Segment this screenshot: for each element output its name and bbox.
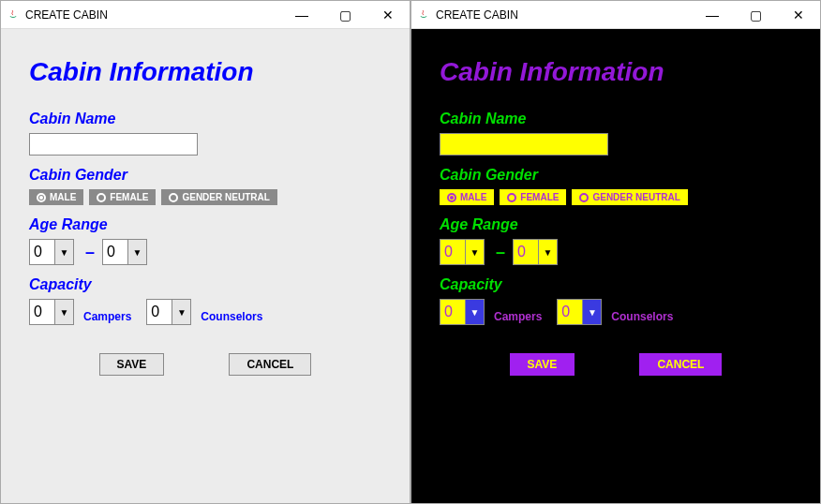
chevron-down-icon[interactable]: ▼ bbox=[466, 239, 485, 265]
gender-female-label: FEMALE bbox=[520, 192, 559, 202]
age-min-spinner[interactable]: 0 ▼ bbox=[440, 239, 485, 265]
java-icon bbox=[6, 7, 21, 22]
page-heading: Cabin Information bbox=[440, 57, 792, 87]
radio-icon bbox=[447, 193, 456, 202]
gender-radio-group: MALE FEMALE GENDER NEUTRAL bbox=[29, 189, 381, 205]
age-min-value: 0 bbox=[440, 239, 466, 265]
counselors-value: 0 bbox=[557, 299, 583, 325]
titlebar: CREATE CABIN — ▢ ✕ bbox=[411, 1, 820, 29]
chevron-down-icon[interactable]: ▼ bbox=[55, 239, 74, 265]
cancel-button[interactable]: CANCEL bbox=[229, 353, 311, 376]
window-light: CREATE CABIN — ▢ ✕ Cabin Information Cab… bbox=[0, 0, 410, 504]
age-min-value: 0 bbox=[29, 239, 55, 265]
minimize-button[interactable]: — bbox=[280, 1, 323, 29]
capacity-label: Capacity bbox=[29, 276, 381, 293]
age-max-spinner[interactable]: 0 ▼ bbox=[513, 239, 558, 265]
chevron-down-icon[interactable]: ▼ bbox=[539, 239, 558, 265]
gender-female-radio[interactable]: FEMALE bbox=[500, 189, 566, 205]
age-range-label: Age Range bbox=[29, 216, 381, 233]
gender-neutral-radio[interactable]: GENDER NEUTRAL bbox=[572, 189, 687, 205]
save-button[interactable]: SAVE bbox=[99, 353, 165, 376]
counselors-label: Counselors bbox=[201, 310, 262, 325]
java-icon bbox=[416, 7, 431, 22]
titlebar: CREATE CABIN — ▢ ✕ bbox=[1, 1, 410, 29]
window-dark: CREATE CABIN — ▢ ✕ Cabin Information Cab… bbox=[410, 0, 821, 504]
cabin-name-input[interactable] bbox=[440, 133, 608, 156]
page-heading: Cabin Information bbox=[29, 57, 381, 87]
gender-neutral-label: GENDER NEUTRAL bbox=[182, 192, 269, 202]
cabin-gender-label: Cabin Gender bbox=[29, 167, 381, 184]
content-area: Cabin Information Cabin Name Cabin Gende… bbox=[1, 29, 410, 503]
close-button[interactable]: ✕ bbox=[777, 1, 820, 29]
age-range-label: Age Range bbox=[440, 216, 792, 233]
cancel-button[interactable]: CANCEL bbox=[639, 353, 722, 376]
maximize-button[interactable]: ▢ bbox=[323, 1, 366, 29]
radio-icon bbox=[579, 193, 589, 202]
cabin-name-label: Cabin Name bbox=[440, 111, 792, 127]
chevron-down-icon[interactable]: ▼ bbox=[172, 299, 191, 325]
counselors-value: 0 bbox=[146, 299, 172, 325]
gender-male-radio[interactable]: MALE bbox=[29, 189, 83, 205]
maximize-button[interactable]: ▢ bbox=[734, 1, 777, 29]
campers-value: 0 bbox=[29, 299, 55, 325]
radio-icon bbox=[507, 193, 516, 202]
gender-neutral-label: GENDER NEUTRAL bbox=[592, 192, 679, 202]
cabin-name-label: Cabin Name bbox=[29, 111, 381, 127]
counselors-spinner[interactable]: 0 ▼ bbox=[146, 299, 191, 325]
gender-male-label: MALE bbox=[460, 192, 486, 202]
chevron-down-icon[interactable]: ▼ bbox=[583, 299, 602, 325]
gender-female-label: FEMALE bbox=[110, 192, 148, 202]
radio-icon bbox=[169, 193, 178, 202]
cabin-gender-label: Cabin Gender bbox=[440, 167, 792, 184]
campers-label: Campers bbox=[83, 310, 131, 325]
radio-icon bbox=[37, 193, 46, 202]
minimize-button[interactable]: — bbox=[691, 1, 734, 29]
campers-spinner[interactable]: 0 ▼ bbox=[29, 299, 74, 325]
content-area: Cabin Information Cabin Name Cabin Gende… bbox=[411, 29, 820, 503]
gender-female-radio[interactable]: FEMALE bbox=[89, 189, 156, 205]
campers-label: Campers bbox=[494, 310, 542, 325]
chevron-down-icon[interactable]: ▼ bbox=[128, 239, 147, 265]
range-dash: – bbox=[85, 243, 95, 262]
chevron-down-icon[interactable]: ▼ bbox=[55, 299, 74, 325]
window-title: CREATE CABIN bbox=[436, 8, 518, 22]
gender-radio-group: MALE FEMALE GENDER NEUTRAL bbox=[440, 189, 792, 205]
gender-male-radio[interactable]: MALE bbox=[440, 189, 494, 205]
age-max-spinner[interactable]: 0 ▼ bbox=[102, 239, 147, 265]
age-max-value: 0 bbox=[102, 239, 128, 265]
counselors-spinner[interactable]: 0 ▼ bbox=[557, 299, 602, 325]
gender-male-label: MALE bbox=[50, 192, 76, 202]
window-title: CREATE CABIN bbox=[25, 8, 108, 22]
campers-spinner[interactable]: 0 ▼ bbox=[440, 299, 485, 325]
cabin-name-input[interactable] bbox=[29, 133, 198, 156]
capacity-label: Capacity bbox=[440, 276, 792, 293]
age-max-value: 0 bbox=[513, 239, 539, 265]
range-dash: – bbox=[496, 243, 505, 262]
age-min-spinner[interactable]: 0 ▼ bbox=[29, 239, 74, 265]
chevron-down-icon[interactable]: ▼ bbox=[466, 299, 485, 325]
counselors-label: Counselors bbox=[611, 310, 673, 325]
radio-icon bbox=[97, 193, 106, 202]
save-button[interactable]: SAVE bbox=[510, 353, 575, 376]
gender-neutral-radio[interactable]: GENDER NEUTRAL bbox=[161, 189, 276, 205]
close-button[interactable]: ✕ bbox=[366, 1, 410, 29]
campers-value: 0 bbox=[440, 299, 466, 325]
